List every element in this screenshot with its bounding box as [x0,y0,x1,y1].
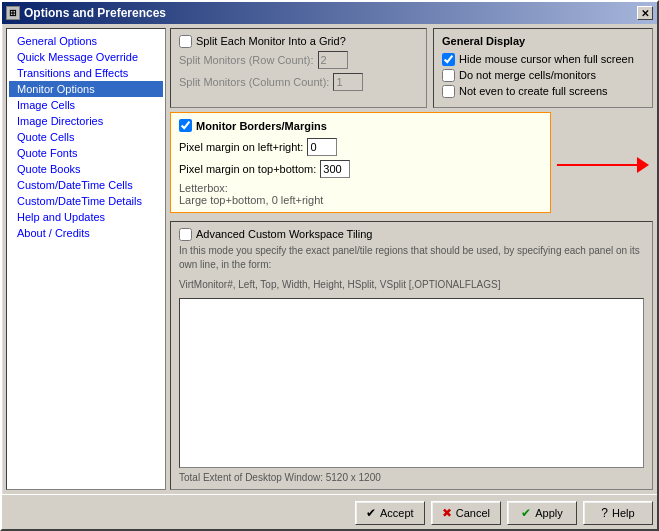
help-button[interactable]: ? Help [583,501,653,525]
sidebar-item-general-options[interactable]: General Options [9,33,163,49]
sidebar-item-custom-datetime-details[interactable]: Custom/DateTime Details [9,193,163,209]
sidebar-item-quote-books[interactable]: Quote Books [9,161,163,177]
split-monitor-checkbox[interactable] [179,35,192,48]
close-button[interactable]: ✕ [637,6,653,20]
window-title: Options and Preferences [24,6,166,20]
cancel-button[interactable]: ✖ Cancel [431,501,501,525]
no-merge-row: Do not merge cells/monitors [442,69,644,82]
sidebar-item-custom-datetime-cells[interactable]: Custom/DateTime Cells [9,177,163,193]
top-bottom-margin-row: Pixel margin on top+bottom: [179,160,542,178]
arrow-indicator [557,157,649,173]
apply-button[interactable]: ✔ Apply [507,501,577,525]
no-full-screens-row: Not even to create full screens [442,85,644,98]
total-extent-label: Total Extent of Desktop Window: 5120 x 1… [179,472,644,483]
sidebar: General Options Quick Message Override T… [6,28,166,490]
monitor-borders-label: Monitor Borders/Margins [196,120,327,132]
split-monitor-checkbox-row: Split Each Monitor Into a Grid? [179,35,418,48]
hide-cursor-checkbox[interactable] [442,53,455,66]
left-right-label: Pixel margin on left+right: [179,141,303,153]
sidebar-item-help-updates[interactable]: Help and Updates [9,209,163,225]
sidebar-item-quick-message[interactable]: Quick Message Override [9,49,163,65]
advanced-format-hint: VirtMonitor#, Left, Top, Width, Height, … [179,278,644,292]
no-full-screens-label: Not even to create full screens [459,85,608,97]
help-icon: ? [601,506,608,520]
row-count-input[interactable] [318,51,348,69]
row-count-row: Split Monitors (Row Count): [179,51,418,69]
monitor-borders-checkbox[interactable] [179,119,192,132]
arrow-head [637,157,649,173]
apply-label: Apply [535,507,563,519]
left-right-input[interactable] [307,138,337,156]
col-count-input[interactable] [333,73,363,91]
sidebar-item-quote-cells[interactable]: Quote Cells [9,129,163,145]
bottom-bar: ✔ Accept ✖ Cancel ✔ Apply ? Help [2,494,657,529]
letterbox-label: Letterbox: [179,182,542,194]
advanced-label: Advanced Custom Workspace Tiling [196,228,373,240]
sidebar-item-image-cells[interactable]: Image Cells [9,97,163,113]
sidebar-item-quote-fonts[interactable]: Quote Fonts [9,145,163,161]
row-count-label: Split Monitors (Row Count): [179,54,314,66]
title-bar-content: ⊞ Options and Preferences [6,6,166,20]
sidebar-item-monitor-options[interactable]: Monitor Options [9,81,163,97]
no-full-screens-checkbox[interactable] [442,85,455,98]
main-panel: Split Each Monitor Into a Grid? Split Mo… [170,28,653,490]
advanced-checkbox[interactable] [179,228,192,241]
window-icon: ⊞ [6,6,20,20]
letterbox-heading: Letterbox: [179,182,228,194]
cancel-label: Cancel [456,507,490,519]
monitor-borders-checkbox-row: Monitor Borders/Margins [179,119,542,132]
no-merge-checkbox[interactable] [442,69,455,82]
general-display-section: General Display Hide mouse cursor when f… [433,28,653,108]
advanced-section: Advanced Custom Workspace Tiling In this… [170,221,653,490]
advanced-checkbox-row: Advanced Custom Workspace Tiling [179,228,644,241]
hide-cursor-row: Hide mouse cursor when full screen [442,53,644,66]
accept-button[interactable]: ✔ Accept [355,501,425,525]
left-right-margin-row: Pixel margin on left+right: [179,138,542,156]
top-bottom-label: Pixel margin on top+bottom: [179,163,316,175]
apply-icon: ✔ [521,506,531,520]
top-row: Split Each Monitor Into a Grid? Split Mo… [170,28,653,108]
accept-label: Accept [380,507,414,519]
hide-cursor-label: Hide mouse cursor when full screen [459,53,634,65]
sidebar-item-about-credits[interactable]: About / Credits [9,225,163,241]
advanced-description: In this mode you specify the exact panel… [179,244,644,272]
sidebar-item-transitions[interactable]: Transitions and Effects [9,65,163,81]
monitor-borders-section: Monitor Borders/Margins Pixel margin on … [170,112,551,213]
content-area: General Options Quick Message Override T… [2,24,657,494]
help-label: Help [612,507,635,519]
accept-icon: ✔ [366,506,376,520]
sidebar-item-image-directories[interactable]: Image Directories [9,113,163,129]
advanced-textarea[interactable] [179,298,644,468]
split-monitor-section: Split Each Monitor Into a Grid? Split Mo… [170,28,427,108]
general-display-title: General Display [442,35,644,47]
main-window: ⊞ Options and Preferences ✕ General Opti… [0,0,659,531]
col-count-row: Split Monitors (Column Count): [179,73,418,91]
no-merge-label: Do not merge cells/monitors [459,69,596,81]
title-bar: ⊞ Options and Preferences ✕ [2,2,657,24]
monitor-borders-wrapper: Monitor Borders/Margins Pixel margin on … [170,112,653,217]
split-monitor-label: Split Each Monitor Into a Grid? [196,35,346,47]
arrow-line [557,164,637,166]
letterbox-value: Large top+bottom, 0 left+right [179,194,542,206]
top-bottom-input[interactable] [320,160,350,178]
cancel-icon: ✖ [442,506,452,520]
advanced-text-input[interactable] [180,299,643,467]
col-count-label: Split Monitors (Column Count): [179,76,329,88]
